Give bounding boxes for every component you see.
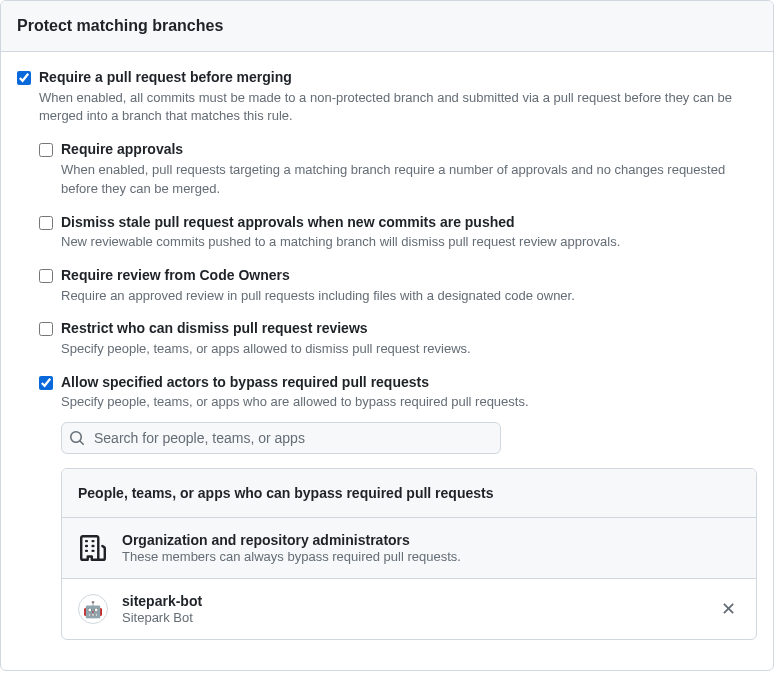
bypass-row-admins: Organization and repository administrato… <box>62 518 756 578</box>
protect-branches-panel: Protect matching branches Require a pull… <box>0 0 774 671</box>
option-title: Allow specified actors to bypass require… <box>61 373 757 393</box>
organization-icon <box>78 533 108 563</box>
bypass-actor-sub: Sitepark Bot <box>122 610 703 625</box>
option-desc: Specify people, teams, or apps who are a… <box>61 393 757 412</box>
option-desc: When enabled, all commits must be made t… <box>39 89 757 127</box>
checkbox-restrict-dismiss[interactable] <box>39 322 53 336</box>
option-require-approvals: Require approvals When enabled, pull req… <box>39 140 757 198</box>
bypass-search-wrap <box>61 422 501 454</box>
bot-avatar-icon: 🤖 <box>78 594 108 624</box>
option-title: Require a pull request before merging <box>39 68 757 88</box>
panel-body: Require a pull request before merging Wh… <box>1 52 773 670</box>
search-icon <box>69 430 85 446</box>
bypass-search-input[interactable] <box>61 422 501 454</box>
option-title: Restrict who can dismiss pull request re… <box>61 319 757 339</box>
bypass-list-header: People, teams, or apps who can bypass re… <box>62 469 756 518</box>
bypass-list: People, teams, or apps who can bypass re… <box>61 468 757 640</box>
option-title: Require approvals <box>61 140 757 160</box>
option-restrict-dismiss: Restrict who can dismiss pull request re… <box>39 319 757 358</box>
checkbox-code-owners[interactable] <box>39 269 53 283</box>
option-desc: New reviewable commits pushed to a match… <box>61 233 757 252</box>
panel-header: Protect matching branches <box>1 1 773 52</box>
option-code-owners: Require review from Code Owners Require … <box>39 266 757 305</box>
remove-actor-button[interactable]: ✕ <box>717 596 740 622</box>
option-title: Dismiss stale pull request approvals whe… <box>61 213 757 233</box>
checkbox-require-pr[interactable] <box>17 71 31 85</box>
checkbox-require-approvals[interactable] <box>39 143 53 157</box>
bypass-actor-name: sitepark-bot <box>122 593 703 609</box>
option-dismiss-stale: Dismiss stale pull request approvals whe… <box>39 213 757 252</box>
option-desc: When enabled, pull requests targeting a … <box>61 161 757 199</box>
option-desc: Specify people, teams, or apps allowed t… <box>61 340 757 359</box>
panel-title: Protect matching branches <box>17 17 757 35</box>
close-icon: ✕ <box>721 599 736 619</box>
bypass-admins-desc: These members can always bypass required… <box>122 549 740 564</box>
bypass-row-actor: 🤖 sitepark-bot Sitepark Bot ✕ <box>62 578 756 639</box>
option-require-pr: Require a pull request before merging Wh… <box>17 68 757 126</box>
bypass-admins-title: Organization and repository administrato… <box>122 532 740 548</box>
sub-options: Require approvals When enabled, pull req… <box>39 140 757 648</box>
checkbox-allow-bypass[interactable] <box>39 376 53 390</box>
option-title: Require review from Code Owners <box>61 266 757 286</box>
option-allow-bypass: Allow specified actors to bypass require… <box>39 373 757 648</box>
checkbox-dismiss-stale[interactable] <box>39 216 53 230</box>
option-desc: Require an approved review in pull reque… <box>61 287 757 306</box>
